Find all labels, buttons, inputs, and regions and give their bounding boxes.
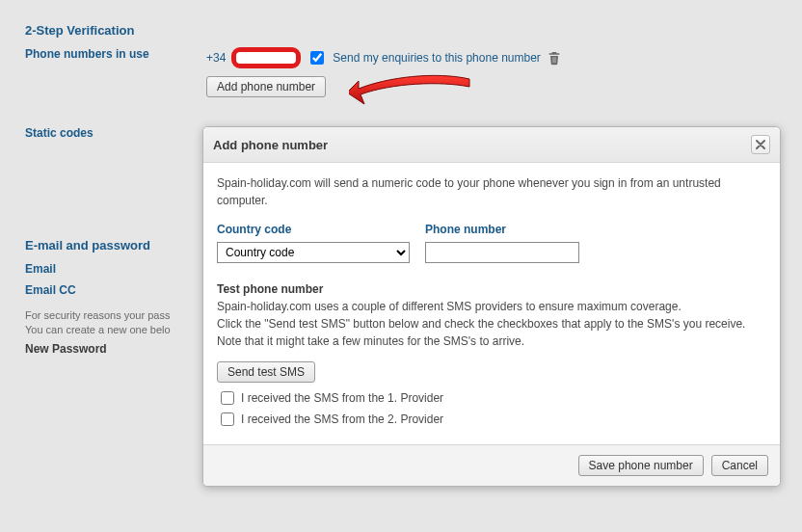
country-code-select[interactable]: Country code: [217, 242, 410, 263]
redacted-phone-annotation: [231, 47, 301, 68]
provider1-checkbox[interactable]: [221, 391, 234, 405]
send-enquiries-checkbox[interactable]: [310, 51, 324, 65]
save-phone-button[interactable]: Save phone number: [578, 455, 704, 476]
add-phone-button[interactable]: Add phone number: [206, 76, 326, 97]
phones-in-use-label: Phone numbers in use: [25, 47, 206, 61]
provider2-checkbox[interactable]: [221, 412, 234, 426]
phone-dial-code: +34: [206, 51, 226, 65]
dialog-title: Add phone number: [213, 138, 328, 152]
test-phone-para: Spain-holiday.com uses a couple of diffe…: [217, 298, 766, 350]
phone-number-input[interactable]: [425, 242, 579, 263]
static-codes-label: Static codes: [25, 126, 206, 140]
provider1-label: I received the SMS from the 1. Provider: [241, 391, 443, 405]
send-test-sms-button[interactable]: Send test SMS: [217, 361, 315, 383]
cancel-button[interactable]: Cancel: [711, 455, 768, 476]
add-phone-dialog: Add phone number Spain-holiday.com will …: [202, 126, 781, 487]
provider2-label: I received the SMS from the 2. Provider: [241, 412, 443, 426]
security-hint: For security reasons your pass You can c…: [0, 301, 202, 338]
phone-number-label: Phone number: [425, 223, 579, 236]
country-code-label: Country code: [217, 223, 410, 236]
dialog-description: Spain-holiday.com will send a numeric co…: [217, 174, 766, 209]
red-arrow-annotation: [349, 71, 474, 113]
trash-icon[interactable]: [547, 50, 562, 66]
section-2sv-title: 2-Step Verification: [0, 8, 802, 43]
test-phone-heading: Test phone number: [217, 282, 766, 296]
close-icon[interactable]: [751, 135, 770, 154]
send-enquiries-label: Send my enquiries to this phone number: [333, 51, 540, 65]
